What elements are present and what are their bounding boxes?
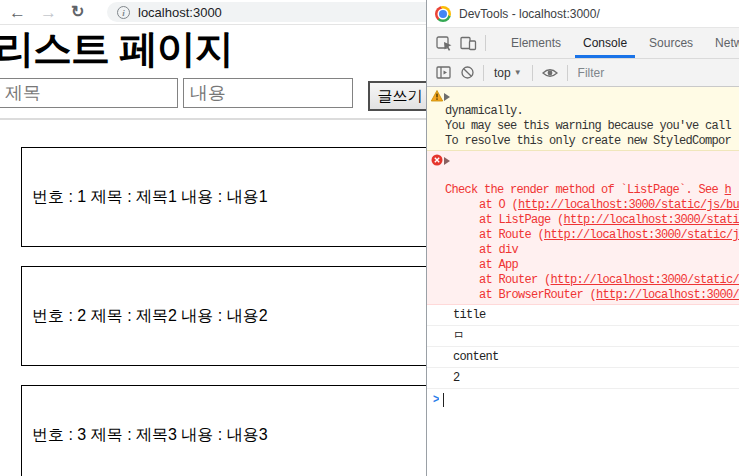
tab-sources[interactable]: Sources	[638, 28, 704, 58]
console-warning-message: The component styled.div with the id of …	[427, 87, 739, 151]
context-selector[interactable]: top	[494, 66, 511, 80]
error-stack-line: at Route (http://localhost:3000/static/j	[427, 228, 739, 243]
console-log-row: 2	[427, 368, 739, 389]
filter-input[interactable]	[576, 65, 710, 81]
chrome-logo-icon	[435, 6, 451, 22]
reload-icon[interactable]: ↻	[71, 4, 84, 20]
tab-console[interactable]: Console	[572, 28, 638, 58]
expander-icon[interactable]	[444, 157, 450, 165]
devtools-title: DevTools - localhost:3000/	[459, 7, 600, 21]
warning-text-line: You may see this warning because you've …	[427, 119, 739, 134]
console-error-message: Warning: Each child in a list should hav…	[427, 151, 739, 305]
error-stack-line: at Router (http://localhost:3000/static/	[427, 273, 739, 288]
forward-icon[interactable]: →	[40, 4, 57, 21]
url-text: localhost:3000	[138, 5, 222, 20]
warning-text-line: To resolve this only create new StyledCo…	[427, 134, 739, 149]
device-toolbar-icon[interactable]	[459, 34, 477, 52]
address-bar[interactable]: i localhost:3000	[107, 2, 452, 22]
write-form: 글쓰기	[0, 78, 432, 111]
error-stack-line	[427, 168, 739, 183]
separator	[567, 65, 568, 81]
source-link[interactable]: http://localhost:3000/static/	[551, 273, 739, 287]
console-log-rows: titleㅁcontent2	[427, 305, 739, 389]
source-link[interactable]: h	[725, 183, 732, 197]
error-stack-line: at App	[427, 258, 739, 273]
error-stack-line: at BrowserRouter (http://localhost:3000/	[427, 288, 739, 303]
warning-continuation: dynamically.You may see this warning bec…	[427, 104, 739, 149]
inspect-element-icon[interactable]	[435, 34, 453, 52]
separator	[532, 65, 533, 81]
separator	[485, 35, 486, 51]
error-stack-line: at ListPage (http://localhost:3000/stati	[427, 213, 739, 228]
source-link[interactable]: http://localhost:3000/static/j	[544, 228, 739, 242]
devtools-tabs: ElementsConsoleSourcesNetwork	[500, 28, 739, 58]
separator	[483, 65, 484, 81]
error-icon	[431, 154, 443, 166]
expander-icon[interactable]	[444, 93, 450, 101]
console-messages: The component styled.div with the id of …	[427, 87, 739, 410]
error-stack-line: at div	[427, 243, 739, 258]
console-log-row: ㅁ	[427, 326, 739, 347]
warning-icon	[431, 90, 443, 102]
clear-console-icon[interactable]	[460, 65, 475, 80]
chevron-down-icon[interactable]: ▼	[514, 68, 522, 77]
back-icon[interactable]: ←	[9, 4, 26, 21]
prompt-chevron-icon: >	[433, 391, 439, 405]
console-log-row: content	[427, 347, 739, 368]
devtools-window: DevTools - localhost:3000/ ElementsConso…	[426, 0, 739, 476]
devtools-tabbar: ElementsConsoleSourcesNetwork	[427, 28, 739, 59]
source-link[interactable]: http://localhost:3000/stati	[564, 213, 739, 227]
source-link[interactable]: http://localhost:3000/static/js/bu	[518, 198, 739, 212]
tab-elements[interactable]: Elements	[500, 28, 572, 58]
source-link[interactable]: http://localhost:3000/	[596, 288, 739, 302]
content-input[interactable]	[183, 78, 353, 108]
page-title: 리스트 페이지	[0, 22, 233, 76]
devtools-titlebar[interactable]: DevTools - localhost:3000/	[427, 0, 739, 28]
write-button[interactable]: 글쓰기	[368, 81, 432, 111]
page-info-icon[interactable]: i	[117, 6, 130, 19]
text-cursor	[443, 393, 444, 407]
error-stack: Check the render method of `ListPage`. S…	[427, 168, 739, 303]
tab-network[interactable]: Network	[704, 28, 739, 58]
error-stack-line: Check the render method of `ListPage`. S…	[427, 183, 739, 198]
error-stack-line: at O (http://localhost:3000/static/js/bu	[427, 198, 739, 213]
console-sidebar-icon[interactable]	[435, 64, 452, 81]
console-log-row: title	[427, 305, 739, 326]
console-toolbar: top ▼	[427, 59, 739, 87]
live-expression-eye-icon[interactable]	[541, 66, 559, 80]
warning-text-line: dynamically.	[427, 104, 739, 119]
console-prompt[interactable]: >	[427, 389, 739, 410]
title-input[interactable]	[0, 78, 178, 108]
